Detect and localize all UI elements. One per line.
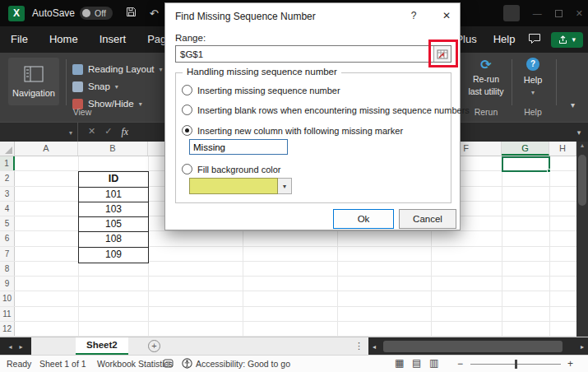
radio-insert-missing-number[interactable]: Inserting missing sequence number [182, 85, 340, 95]
range-value[interactable]: $G$1 [176, 49, 433, 59]
horizontal-scrollbar[interactable]: ◂ ▸ [368, 337, 588, 356]
navigation-button[interactable]: Navigation [8, 58, 59, 105]
grid-row[interactable]: 11 [0, 307, 576, 322]
row-header-5[interactable]: 5 [0, 216, 15, 230]
close-icon[interactable]: ✕ [576, 8, 583, 19]
accessibility-status[interactable]: Accessibility: Good to go [196, 359, 290, 369]
tab-file[interactable]: File [0, 26, 39, 53]
zoom-in-icon[interactable]: + [567, 358, 573, 370]
new-sheet-button[interactable]: + [148, 340, 160, 352]
row-header-1[interactable]: 1 [0, 156, 15, 170]
radio-icon[interactable] [182, 105, 192, 115]
sheet-nav-buttons[interactable]: ◂ ▸ [0, 337, 31, 356]
row-header-9[interactable]: 9 [0, 277, 15, 291]
page-layout-view-icon[interactable]: ▤ [412, 357, 421, 369]
radio-icon[interactable] [182, 125, 192, 136]
cancel-entry-icon[interactable]: ✕ [88, 126, 95, 138]
scroll-left-icon[interactable]: ◂ [373, 343, 376, 351]
ok-button[interactable]: Ok [333, 209, 394, 229]
range-input[interactable]: $G$1 [175, 45, 451, 63]
sheet-tab-sheet2[interactable]: Sheet2 [76, 337, 128, 355]
fill-color-picker[interactable]: ▾ [189, 178, 292, 194]
zoom-slider-thumb[interactable] [515, 360, 517, 369]
maximize-icon[interactable] [555, 10, 563, 17]
row-header-7[interactable]: 7 [0, 247, 15, 261]
radio-insert-new-column-marker[interactable]: Inserting new column with following miss… [182, 125, 403, 136]
row-header-11[interactable]: 11 [0, 307, 15, 321]
collapse-ribbon-icon[interactable]: ▾ [571, 100, 575, 109]
grid-row[interactable]: 12 [0, 322, 576, 337]
tab-help[interactable]: Help [490, 26, 519, 53]
selected-cell-g1[interactable] [502, 156, 550, 172]
fill-handle[interactable] [547, 169, 551, 173]
radio-fill-background-color[interactable]: Fill background color [182, 164, 281, 174]
expand-formula-bar-icon[interactable]: ▾ [570, 128, 588, 137]
reading-layout-button[interactable]: Reading Layout ▾ [72, 63, 163, 76]
row-header-10[interactable]: 10 [0, 291, 15, 305]
missing-marker-input[interactable] [189, 139, 288, 155]
radio-icon[interactable] [182, 164, 192, 174]
confirm-entry-icon[interactable]: ✓ [104, 126, 112, 138]
column-header-g[interactable]: G [502, 142, 549, 156]
dialog-help-button[interactable]: ? [400, 3, 427, 28]
cell-b2[interactable]: ID [79, 172, 148, 187]
row-header-4[interactable]: 4 [0, 202, 15, 216]
account-avatar[interactable] [503, 5, 520, 21]
grid-row[interactable]: 10 [0, 291, 576, 306]
tab-insert[interactable]: Insert [89, 26, 137, 53]
minimize-icon[interactable]: — [533, 8, 542, 18]
column-header-h[interactable]: H [549, 142, 576, 156]
range-picker-button[interactable] [433, 46, 451, 62]
row-header-2[interactable]: 2 [0, 171, 15, 185]
share-chevron-icon: ▾ [572, 35, 576, 44]
normal-view-icon[interactable]: ▦ [395, 357, 404, 369]
vertical-scroll-thumb[interactable] [578, 155, 586, 206]
zoom-out-icon[interactable]: − [457, 358, 463, 370]
insert-function-icon[interactable]: fx [121, 126, 128, 138]
row-header-6[interactable]: 6 [0, 231, 15, 245]
cell-b5[interactable]: 105 [79, 217, 148, 232]
save-icon[interactable] [126, 7, 137, 20]
tab-home[interactable]: Home [39, 26, 89, 53]
cell-b4[interactable]: 103 [79, 202, 148, 217]
scroll-up-icon[interactable]: ▴ [581, 142, 584, 149]
autosave-toggle[interactable]: Off [80, 7, 113, 20]
select-all-corner[interactable] [0, 142, 15, 156]
column-header-b[interactable]: B [78, 142, 148, 156]
help-button[interactable]: ? Help ▾ [515, 58, 551, 105]
id-data-table[interactable]: ID 101 103 105 108 109 [78, 171, 149, 263]
row-header-8[interactable]: 8 [0, 262, 15, 276]
page-break-view-icon[interactable]: ▥ [429, 357, 438, 369]
horizontal-scroll-thumb[interactable] [383, 341, 563, 352]
name-box-chevron-icon[interactable]: ▾ [69, 129, 72, 137]
next-sheet-icon[interactable]: ▸ [20, 343, 23, 351]
grid-row[interactable]: 8 [0, 262, 576, 277]
row-header-3[interactable]: 3 [0, 187, 15, 201]
cell-b3[interactable]: 101 [79, 188, 148, 202]
radio-insert-blank-rows[interactable]: Inserting blank rows when encountering m… [182, 105, 470, 115]
autosave-control[interactable]: AutoSave Off [32, 7, 113, 20]
undo-icon[interactable]: ↶ [150, 7, 159, 20]
rerun-last-utility-button[interactable]: ⟳ Re-run last utility [457, 58, 515, 105]
cancel-button[interactable]: Cancel [399, 209, 456, 229]
more-options-icon[interactable]: ⋮ [354, 341, 363, 351]
fill-color-dropdown-icon[interactable]: ▾ [278, 178, 292, 194]
dialog-close-button[interactable]: ✕ [433, 3, 460, 28]
radio-icon[interactable] [182, 85, 192, 95]
cell-b6[interactable]: 108 [79, 232, 148, 247]
scroll-right-icon[interactable]: ▸ [581, 343, 584, 351]
column-header-a[interactable]: A [15, 142, 78, 156]
grid-row[interactable]: 9 [0, 277, 576, 291]
share-button[interactable]: ▾ [551, 32, 583, 48]
prev-sheet-icon[interactable]: ◂ [8, 343, 12, 351]
name-box[interactable]: ▾ [0, 123, 78, 142]
comments-icon[interactable] [528, 33, 541, 47]
fill-color-swatch[interactable] [189, 178, 278, 194]
cell-b7[interactable]: 109 [79, 248, 148, 263]
snap-button[interactable]: Snap ▾ [72, 80, 118, 93]
status-icon[interactable] [163, 358, 174, 370]
row-header-12[interactable]: 12 [0, 322, 15, 336]
vertical-scrollbar[interactable]: ▴ [576, 142, 588, 337]
accessibility-person-svg [182, 358, 192, 369]
workbook-statistics-button[interactable]: Workbook Statistics [97, 359, 173, 369]
